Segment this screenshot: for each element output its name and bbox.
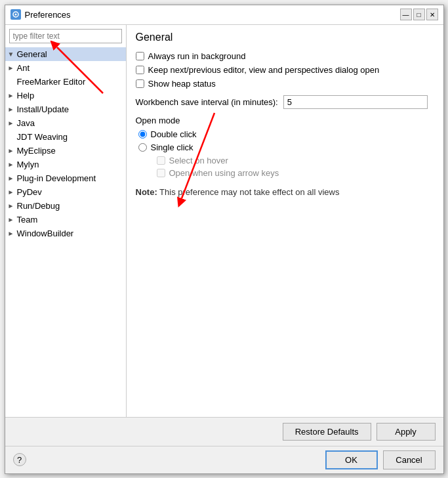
minimize-button[interactable]: — (400, 9, 412, 20)
tree-item-general[interactable]: ▼ General (5, 47, 126, 61)
restore-defaults-button[interactable]: Restore Defaults (283, 423, 371, 441)
tree-label-install: Install/Update (17, 104, 70, 114)
checkbox-select-hover[interactable] (157, 156, 165, 165)
tree-arrow-general: ▼ (8, 51, 14, 58)
workbench-label: Workbench save interval (in minutes): (136, 97, 278, 107)
dialog-title: Preferences (25, 10, 71, 20)
tree-label-help: Help (17, 91, 35, 100)
tree-item-pydev[interactable]: ► PyDev (5, 185, 126, 199)
close-button[interactable]: ✕ (426, 9, 438, 20)
tree-arrow-mylyn: ► (8, 161, 14, 168)
tree-arrow-windowbuilder: ► (8, 230, 14, 237)
radio-label-single: Single click (151, 142, 193, 152)
cancel-button[interactable]: Cancel (383, 450, 436, 469)
checkbox-keep-next[interactable] (136, 66, 144, 74)
radio-label-double: Double click (151, 129, 197, 139)
tree-label-team: Team (17, 215, 38, 225)
tree-arrow-team: ► (8, 216, 14, 223)
tree-item-windowbuilder[interactable]: ► WindowBuilder (5, 227, 126, 240)
tree-label-plugin: Plug-in Development (17, 173, 96, 183)
filter-input[interactable]: type filter text (9, 29, 122, 43)
note-content: This preference may not take effect on a… (159, 187, 339, 197)
sub-row-select-hover: Select on hover (157, 156, 434, 165)
tree-item-help[interactable]: ► Help (5, 89, 126, 102)
tree-label-jdt: JDT Weaving (17, 132, 68, 142)
workbench-field-row: Workbench save interval (in minutes): (136, 95, 434, 109)
tree-arrow-java: ► (8, 120, 14, 127)
checkbox-show-heap[interactable] (136, 79, 144, 88)
apply-button[interactable]: Apply (377, 423, 436, 441)
radio-single[interactable] (138, 143, 147, 152)
checkbox-row-show-heap: Show heap status (136, 79, 434, 89)
tree-item-freemarker[interactable]: ► FreeMarker Editor (5, 75, 126, 89)
tree-item-team[interactable]: ► Team (5, 213, 126, 227)
tree-container: ▼ General ► Ant ► FreeMarker Editor ► He… (5, 47, 126, 417)
tree-item-install[interactable]: ► Install/Update (5, 102, 126, 116)
tree-label-pydev: PyDev (17, 187, 42, 197)
ok-button[interactable]: OK (325, 450, 378, 469)
tree-item-myeclipse[interactable]: ► MyEclipse (5, 144, 126, 158)
radio-row-single: Single click (138, 142, 434, 152)
right-panel: General Always run in background Keep ne… (127, 25, 443, 417)
preferences-icon (10, 9, 21, 20)
tree-label-ant: Ant (17, 63, 30, 73)
tree-arrow-install: ► (8, 106, 14, 113)
tree-item-mylyn[interactable]: ► Mylyn (5, 158, 126, 171)
tree-label-java: Java (17, 118, 35, 128)
tree-label-general: General (17, 49, 47, 59)
workbench-input[interactable] (283, 95, 428, 109)
sub-row-open-arrow: Open when using arrow keys (157, 168, 434, 178)
checkbox-label-always-run: Always run in background (148, 51, 246, 61)
tree-arrow-plugin: ► (8, 175, 14, 182)
checkbox-row-keep-next: Keep next/previous editor, view and pers… (136, 65, 434, 75)
checkbox-label-show-heap: Show heap status (148, 79, 216, 89)
title-bar: Preferences — □ ✕ (5, 5, 443, 25)
sub-label-open-arrow: Open when using arrow keys (169, 168, 279, 178)
tree-arrow-help: ► (8, 92, 14, 99)
tree-item-rundebug[interactable]: ► Run/Debug (5, 199, 126, 213)
tree-item-java[interactable]: ► Java (5, 116, 126, 130)
checkbox-row-always-run: Always run in background (136, 51, 434, 61)
tree-arrow-rundebug: ► (8, 202, 14, 209)
left-panel: type filter text ▼ General ► Ant ► FreeM… (5, 25, 127, 417)
tree-label-freemarker: FreeMarker Editor (17, 77, 86, 87)
radio-row-double: Double click (138, 129, 434, 139)
footer-bar: ? OK Cancel (5, 446, 443, 473)
tree-arrow-ant: ► (8, 64, 14, 72)
note-text: Note: This preference may not take effec… (136, 187, 434, 197)
tree-label-rundebug: Run/Debug (17, 201, 60, 211)
checkbox-open-arrow[interactable] (157, 169, 165, 177)
tree-label-mylyn: Mylyn (17, 160, 39, 169)
tree-label-myeclipse: MyEclipse (17, 146, 56, 156)
help-button[interactable]: ? (13, 453, 26, 466)
svg-point-2 (14, 14, 16, 16)
radio-double[interactable] (138, 130, 147, 139)
tree-label-windowbuilder: WindowBuilder (17, 228, 74, 238)
tree-item-jdt[interactable]: ► JDT Weaving (5, 130, 126, 144)
checkbox-always-run[interactable] (136, 52, 144, 60)
tree-arrow-myeclipse: ► (8, 147, 14, 154)
tree-arrow-pydev: ► (8, 188, 14, 196)
maximize-button[interactable]: □ (413, 9, 425, 20)
section-title: General (136, 32, 434, 43)
sub-label-select-hover: Select on hover (169, 156, 228, 165)
open-mode-label: Open mode (136, 116, 434, 125)
tree-item-ant[interactable]: ► Ant (5, 61, 126, 75)
bottom-action-bar: Restore Defaults Apply (5, 417, 443, 446)
tree-item-plugin[interactable]: ► Plug-in Development (5, 171, 126, 185)
radio-group-open-mode: Double click Single click Select on hove… (138, 129, 434, 178)
checkbox-label-keep-next: Keep next/previous editor, view and pers… (148, 65, 380, 75)
